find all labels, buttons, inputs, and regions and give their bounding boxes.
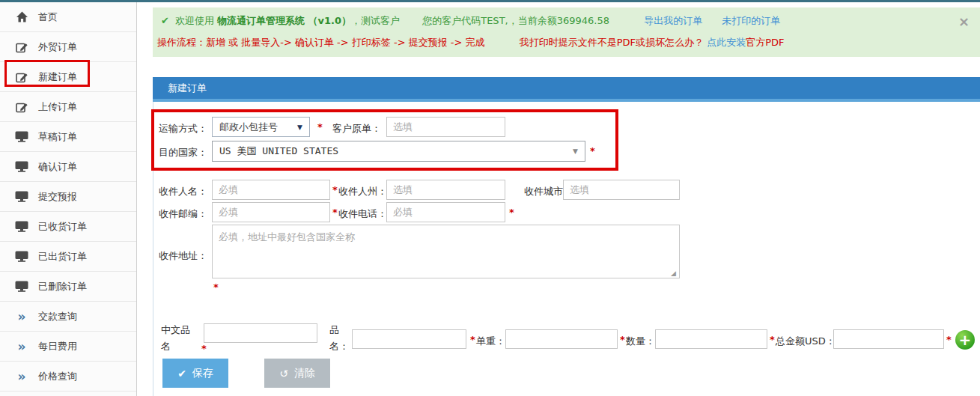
install-pdf-link[interactable]: 点此安装 — [707, 37, 746, 48]
sidebar-item-label: 上传订单 — [38, 100, 77, 114]
shipping-method-value: 邮政小包挂号 — [213, 121, 278, 134]
welcome-suffix: ，测试客户 — [351, 15, 400, 26]
check-icon: ✔ — [161, 15, 169, 26]
sidebar-item-payment-query[interactable]: » 交款查询 — [0, 302, 136, 332]
edit-icon — [13, 71, 30, 83]
welcome-line: ✔欢迎使用 物流通订单管理系统 （v1.0），测试客户 您的客户代码TEST,，… — [161, 14, 780, 28]
save-button[interactable]: ✔ 保存 — [162, 359, 228, 388]
required-mark: * — [770, 334, 775, 345]
sidebar-item-new-order[interactable]: 新建订单 — [0, 62, 136, 92]
monitor-icon — [13, 281, 30, 292]
sidebar-item-label: 外贸订单 — [38, 40, 77, 54]
balance-text: 当前余额369946.58 — [518, 15, 609, 26]
sidebar-item-foreign-orders[interactable]: 外贸订单 — [0, 32, 136, 62]
double-chevron-icon: » — [13, 341, 30, 352]
sidebar-item-label: 提交预报 — [38, 190, 77, 204]
close-icon[interactable]: × — [958, 15, 970, 28]
sidebar-item-home[interactable]: 首页 — [0, 2, 136, 32]
shipping-method-select[interactable]: 邮政小包挂号 ▼ — [212, 117, 310, 137]
required-mark: * — [590, 145, 595, 156]
unit-weight-label: 单重： — [476, 335, 505, 348]
undo-icon: ↺ — [279, 368, 288, 380]
required-mark: * — [946, 334, 952, 345]
required-mark: * — [509, 207, 514, 218]
total-usd-label: 总金额USD： — [776, 335, 836, 348]
monitor-icon — [13, 251, 30, 262]
recipient-city-input[interactable] — [563, 180, 680, 200]
unprinted-orders-link[interactable]: 未打印的订单 — [722, 15, 780, 26]
customer-ref-input[interactable] — [386, 117, 505, 137]
item-name-input[interactable] — [352, 329, 466, 349]
panel-header: 新建订单 — [153, 77, 980, 102]
quantity-label: 数量： — [626, 335, 655, 348]
clear-button-label: 清除 — [294, 367, 315, 380]
recipient-zip-label: 收件邮编： — [159, 207, 207, 221]
order-management-app: 首页 外贸订单 新建订单 上传订单 草稿订单 — [0, 0, 980, 396]
sidebar-item-label: 首页 — [38, 10, 58, 24]
sidebar-item-label: 确认订单 — [38, 160, 77, 174]
monitor-icon — [13, 221, 30, 232]
sidebar-item-label: 草稿订单 — [38, 130, 77, 144]
quantity-input[interactable] — [655, 329, 767, 349]
sidebar-item-confirm-orders[interactable]: 确认订单 — [0, 152, 136, 182]
recipient-phone-input[interactable] — [386, 202, 505, 222]
workflow-text: 操作流程：新增 或 批量导入-> 确认订单 -> 打印标签 -> 提交预报 ->… — [157, 37, 485, 48]
clear-button[interactable]: ↺ 清除 — [264, 359, 330, 388]
required-mark: * — [332, 207, 338, 218]
sidebar-item-label: 已出货订单 — [38, 250, 87, 264]
monitor-icon — [13, 131, 30, 142]
edit-icon — [13, 101, 30, 113]
recipient-state-input[interactable] — [386, 180, 505, 200]
monitor-icon — [13, 161, 30, 172]
unit-weight-input[interactable] — [505, 329, 618, 349]
recipient-phone-label: 收件电话： — [338, 207, 387, 221]
sidebar: 首页 外贸订单 新建订单 上传订单 草稿订单 — [0, 2, 137, 396]
sidebar-item-label: 新建订单 — [38, 70, 77, 84]
required-mark: * — [620, 334, 625, 345]
double-chevron-icon: » — [13, 311, 30, 322]
sidebar-item-label: 每日费用 — [38, 340, 77, 353]
monitor-icon — [13, 191, 30, 202]
sidebar-item-deleted-orders[interactable]: 已删除订单 — [0, 272, 136, 302]
sidebar-item-label: 已收货订单 — [38, 220, 87, 234]
panel-title: 新建订单 — [168, 82, 207, 94]
required-mark: * — [317, 121, 323, 132]
required-mark: * — [470, 334, 475, 345]
total-usd-input[interactable] — [833, 329, 944, 349]
sidebar-item-daily-fees[interactable]: » 每日费用 — [0, 332, 136, 362]
workflow-line: 操作流程：新增 或 批量导入-> 确认订单 -> 打印标签 -> 提交预报 ->… — [157, 36, 784, 49]
pdf-suffix-text: 官方PDF — [746, 37, 784, 48]
recipient-state-label: 收件人州： — [338, 185, 387, 198]
sidebar-item-submit-forecast[interactable]: 提交预报 — [0, 182, 136, 212]
dest-country-combobox[interactable]: US 美国 UNITED STATES ▼ — [212, 141, 585, 162]
caret-down-icon: ▼ — [573, 147, 578, 155]
item-name-cn-label: 中文品名 — [161, 322, 195, 355]
sidebar-item-label: 交款查询 — [38, 310, 77, 323]
recipient-name-input[interactable] — [212, 180, 330, 200]
add-item-button[interactable]: + — [955, 330, 975, 350]
sidebar-item-label: 价格查询 — [38, 370, 77, 383]
recipient-address-label: 收件地址： — [159, 249, 207, 263]
recipient-zip-input[interactable] — [212, 202, 330, 222]
recipient-address-textarea[interactable] — [212, 225, 680, 278]
home-icon — [13, 11, 30, 22]
item-name-label: 品名： — [329, 322, 349, 355]
item-name-cn-input[interactable] — [204, 323, 317, 343]
required-mark: * — [201, 343, 207, 354]
dest-country-label: 目的国家： — [159, 146, 207, 159]
dest-country-value: US 美国 UNITED STATES — [213, 144, 338, 158]
edit-icon — [13, 41, 30, 53]
export-orders-link[interactable]: 导出我的订单 — [644, 15, 702, 26]
sidebar-item-received-orders[interactable]: 已收货订单 — [0, 212, 136, 242]
required-mark: * — [213, 281, 219, 293]
sidebar-item-price-query[interactable]: » 价格查询 — [0, 362, 136, 392]
sidebar-item-draft-orders[interactable]: 草稿订单 — [0, 122, 136, 152]
shipping-method-label: 运输方式： — [159, 122, 207, 135]
sidebar-item-label: 已删除订单 — [38, 280, 87, 293]
customer-code: 您的客户代码TEST,， — [422, 15, 517, 26]
check-icon: ✔ — [177, 368, 186, 380]
sidebar-item-upload-order[interactable]: 上传订单 — [0, 92, 136, 122]
system-name: 物流通订单管理系统 （v1.0） — [217, 15, 351, 26]
sidebar-item-shipped-orders[interactable]: 已出货订单 — [0, 242, 136, 272]
top-border — [0, 0, 980, 2]
